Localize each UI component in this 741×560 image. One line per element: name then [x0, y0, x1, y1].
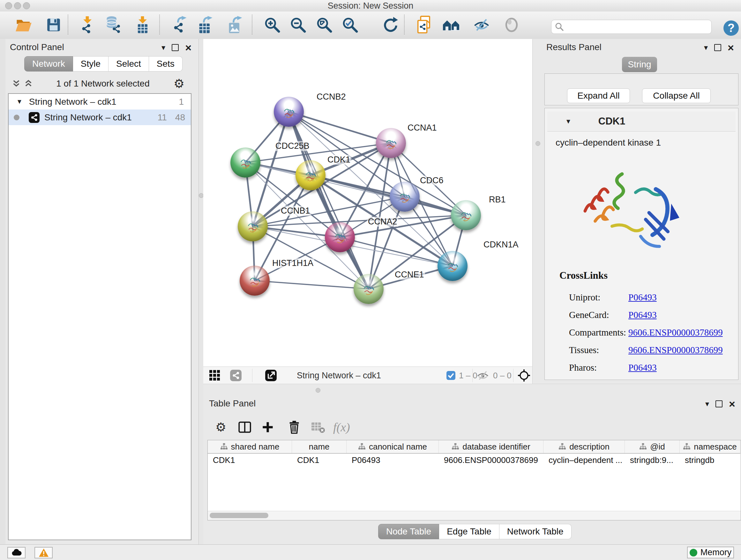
- import-network-from-database-button[interactable]: [104, 14, 122, 36]
- network-node-cdc25b[interactable]: [230, 147, 260, 178]
- float-panel-icon[interactable]: [714, 44, 721, 51]
- search-input[interactable]: [564, 22, 708, 32]
- column-header-database-identifier[interactable]: database identifier: [439, 440, 543, 453]
- tab-select[interactable]: Select: [109, 56, 149, 71]
- tab-edge-table[interactable]: Edge Table: [439, 524, 499, 539]
- table-cell[interactable]: CDK1: [292, 454, 347, 466]
- first-neighbors-button[interactable]: [442, 14, 461, 36]
- help-button[interactable]: ?: [722, 17, 740, 39]
- expand-all-button[interactable]: Expand All: [567, 88, 630, 103]
- horizontal-scrollbar[interactable]: [208, 511, 741, 520]
- network-node-rb1[interactable]: [451, 200, 481, 230]
- collapse-all-button[interactable]: Collapse All: [642, 88, 711, 103]
- crosslink-link[interactable]: P06493: [628, 362, 657, 373]
- warnings-button[interactable]: [35, 547, 53, 558]
- collection-expand-icon[interactable]: ▼: [16, 98, 23, 105]
- network-collection-row[interactable]: ▼ String Network – cdk1 1: [9, 94, 191, 110]
- tab-style[interactable]: Style: [73, 56, 109, 71]
- delete-column-button[interactable]: [288, 418, 300, 436]
- gene-section-header[interactable]: ▼ CDK1: [547, 111, 736, 132]
- collapse-all-networks-icon[interactable]: [12, 79, 20, 88]
- close-panel-icon[interactable]: ×: [728, 42, 734, 53]
- column-header-canonical-name[interactable]: canonical name: [347, 440, 439, 453]
- close-panel-icon[interactable]: ×: [729, 398, 735, 409]
- horizontal-splitter[interactable]: [203, 384, 741, 396]
- network-edge[interactable]: [289, 112, 391, 143]
- network-edge[interactable]: [255, 281, 368, 289]
- apply-function-button[interactable]: f(x): [333, 418, 350, 436]
- show-columns-button[interactable]: [239, 418, 251, 436]
- hide-selected-button[interactable]: [472, 14, 491, 36]
- tab-string[interactable]: String: [622, 57, 657, 72]
- panel-menu-icon[interactable]: ▾: [705, 400, 709, 408]
- close-panel-icon[interactable]: ×: [185, 42, 192, 53]
- zoom-in-button[interactable]: [263, 14, 281, 36]
- crosslink-link[interactable]: 9606.ENSP00000378699: [628, 345, 723, 355]
- export-network-button[interactable]: [171, 14, 189, 36]
- detach-view-button[interactable]: [265, 369, 277, 382]
- add-column-button[interactable]: [262, 418, 274, 436]
- open-file-button[interactable]: [15, 14, 33, 36]
- zoom-out-button[interactable]: [289, 14, 307, 36]
- network-node-cdkn1a[interactable]: [437, 251, 468, 281]
- splitter-handle[interactable]: [316, 388, 320, 393]
- network-node-hist1h1a[interactable]: [240, 266, 270, 296]
- network-node-ccna2[interactable]: [325, 222, 355, 252]
- network-node-ccnb1[interactable]: [238, 211, 268, 241]
- zoom-fit-button[interactable]: [315, 14, 333, 36]
- export-table-button[interactable]: [196, 14, 215, 36]
- network-node-ccna1[interactable]: [376, 128, 406, 158]
- column-header-namespace[interactable]: namespace: [680, 440, 740, 453]
- table-cell[interactable]: stringdb:9...: [625, 454, 680, 466]
- table-options-button[interactable]: ⚙: [215, 418, 226, 436]
- column-header-shared-name[interactable]: shared name: [208, 440, 292, 453]
- crosslink-link[interactable]: 9606.ENSP00000378699: [628, 327, 723, 338]
- tab-sets[interactable]: Sets: [149, 56, 183, 71]
- network-node-ccne1[interactable]: [354, 274, 384, 304]
- table-cell[interactable]: cyclin–dependent ...: [543, 454, 625, 466]
- table-cell[interactable]: CDK1: [208, 454, 292, 466]
- table-cell[interactable]: P06493: [347, 454, 439, 466]
- splitter-handle[interactable]: [536, 141, 540, 146]
- splitter-handle[interactable]: [199, 193, 204, 198]
- cloud-status-button[interactable]: [7, 547, 25, 558]
- table-cell[interactable]: 9606.ENSP00000378699: [439, 454, 543, 466]
- crosslink-link[interactable]: P06493: [628, 310, 657, 320]
- import-network-from-file-button[interactable]: [78, 14, 96, 36]
- expand-all-networks-icon[interactable]: [24, 79, 32, 88]
- network-node-cdc6[interactable]: [390, 182, 420, 212]
- new-network-from-selection-button[interactable]: [415, 14, 433, 36]
- network-canvas[interactable]: CCNB2CCNA1CDC25BCDK1CDC6RB1CCNB1CCNA2CDK…: [203, 39, 532, 367]
- show-all-button[interactable]: [502, 14, 521, 36]
- float-panel-icon[interactable]: [716, 400, 723, 408]
- tab-node-table[interactable]: Node Table: [378, 524, 439, 539]
- panel-menu-icon[interactable]: ▾: [161, 44, 165, 51]
- float-panel-icon[interactable]: [172, 44, 179, 51]
- network-node-cdk1[interactable]: [295, 160, 326, 190]
- scrollbar-thumb[interactable]: [210, 513, 268, 518]
- right-splitter[interactable]: [532, 39, 543, 384]
- delete-table-button[interactable]: [311, 418, 325, 436]
- tab-network[interactable]: Network: [24, 56, 73, 71]
- column-header-name[interactable]: name: [292, 440, 347, 453]
- save-session-button[interactable]: [44, 14, 63, 36]
- network-view-mode-button[interactable]: [230, 369, 242, 382]
- network-node-ccnb2[interactable]: [274, 97, 304, 127]
- tab-network-table[interactable]: Network Table: [499, 524, 571, 539]
- network-row-selected[interactable]: String Network – cdk1 11 48: [9, 110, 191, 125]
- grid-view-button[interactable]: [209, 369, 220, 382]
- column-header--id[interactable]: @id: [625, 440, 680, 453]
- memory-button[interactable]: Memory: [687, 547, 734, 558]
- import-table-from-file-button[interactable]: [133, 14, 152, 36]
- selected-checkbox[interactable]: [446, 369, 456, 382]
- table-row[interactable]: CDK1CDK1P064939606.ENSP00000378699cyclin…: [208, 454, 740, 466]
- collapse-section-icon[interactable]: ▼: [565, 118, 571, 125]
- export-image-button[interactable]: [226, 14, 245, 36]
- crosslink-link[interactable]: P06493: [628, 292, 657, 303]
- zoom-selected-button[interactable]: [341, 14, 359, 36]
- birdseye-view-button[interactable]: [518, 369, 530, 382]
- network-options-gear-icon[interactable]: ⚙: [174, 78, 185, 90]
- refresh-button[interactable]: [381, 14, 400, 36]
- column-header-description[interactable]: description: [543, 440, 625, 453]
- panel-menu-icon[interactable]: ▾: [704, 44, 708, 51]
